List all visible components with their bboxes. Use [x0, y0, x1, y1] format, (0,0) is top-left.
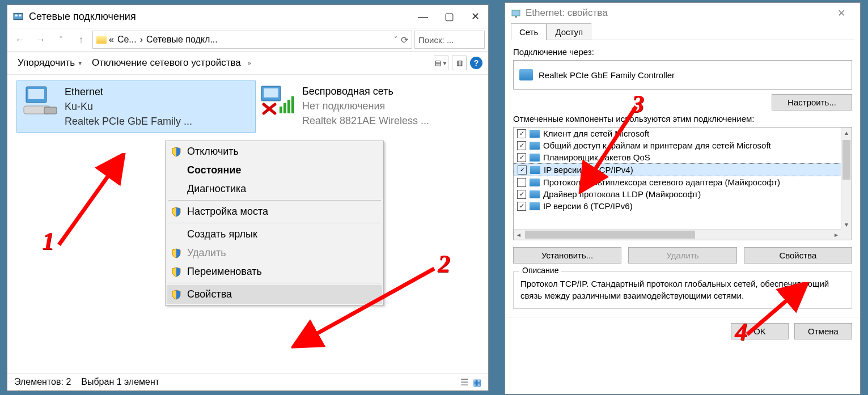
preview-pane-button[interactable]: ▥ [452, 56, 467, 70]
remove-button: Удалить [628, 247, 736, 264]
separator [168, 283, 381, 283]
ctx-shortcut[interactable]: Создать ярлык [167, 225, 382, 244]
adapter-field: Realtek PCIe GbE Family Controller [513, 60, 852, 90]
shield-icon [171, 248, 181, 258]
sort-button[interactable]: Упорядочить▼ [13, 52, 87, 74]
description-group: Описание Протокол TCP/IP. Стандартный пр… [513, 271, 852, 309]
svg-rect-6 [44, 107, 57, 114]
checkbox[interactable]: ✓ [517, 202, 526, 211]
separator [168, 223, 381, 223]
svg-rect-10 [283, 103, 286, 113]
ctx-status[interactable]: Состояние [167, 161, 382, 180]
shield-icon [171, 207, 181, 217]
details-view-icon[interactable]: ☰ [460, 377, 468, 388]
component-row[interactable]: ✓Общий доступ к файлам и принтерам для с… [514, 139, 841, 151]
component-row[interactable]: ✓Клиент для сетей Microsoft [514, 128, 841, 139]
conn-status: Нет подключения [302, 99, 487, 113]
tab-network[interactable]: Сеть [511, 23, 547, 40]
component-row[interactable]: ✓Планировщик пакетов QoS [514, 151, 841, 163]
scroll-right-icon[interactable]: ► [831, 230, 841, 240]
disable-device-button[interactable]: Отключение сетевого устройства [87, 52, 245, 74]
checkbox[interactable]: ✓ [517, 129, 526, 138]
svg-rect-15 [512, 10, 520, 16]
cancel-button[interactable]: Отмена [794, 323, 852, 339]
components-listbox: ✓Клиент для сетей Microsoft✓Общий доступ… [513, 127, 852, 240]
checkbox[interactable]: ✓ [517, 141, 526, 150]
close-button[interactable]: ✕ [828, 2, 854, 24]
close-button[interactable]: ✕ [462, 5, 488, 28]
toolbar-overflow-icon[interactable]: » [245, 60, 253, 66]
properties-button[interactable]: Свойства [744, 247, 852, 264]
component-row[interactable]: ✓Драйвер протокола LLDP (Майкрософт) [514, 188, 841, 200]
status-bar: Элементов: 2 Выбран 1 элемент ☰ ▦ [7, 373, 488, 390]
component-row[interactable]: Протокол мультиплексора сетевого адаптер… [514, 176, 841, 188]
components-label: Отмеченные компоненты используются этим … [513, 114, 852, 124]
scroll-thumb[interactable] [842, 140, 850, 180]
minimize-button[interactable]: — [410, 5, 436, 28]
checkbox[interactable]: ✓ [517, 190, 526, 199]
shield-icon [171, 267, 181, 277]
component-row[interactable]: ✓IP версии 6 (TCP/IPv6) [514, 200, 841, 212]
svg-rect-12 [291, 96, 294, 113]
help-icon[interactable]: ? [470, 57, 482, 69]
component-label: Планировщик пакетов QoS [543, 152, 650, 162]
breadcrumb-dropdown-icon[interactable]: ˅ [394, 36, 397, 44]
install-button[interactable]: Установить... [513, 247, 621, 264]
tiles-view-icon[interactable]: ▦ [473, 377, 481, 388]
maximize-button[interactable]: ▢ [436, 5, 462, 28]
breadcrumb-part1: Се... [117, 35, 137, 45]
folder-icon [96, 36, 107, 44]
protocol-icon [530, 142, 540, 150]
checkbox[interactable]: ✓ [517, 153, 526, 162]
context-menu: Отключить Состояние Диагностика Настройк… [165, 141, 384, 305]
nav-forward-icon[interactable]: → [31, 31, 49, 49]
ctx-bridge[interactable]: Настройка моста [167, 202, 382, 221]
ctx-diagnose[interactable]: Диагностика [167, 180, 382, 198]
svg-rect-1 [15, 15, 18, 16]
dialog-body: Подключение через: Realtek PCIe GbE Fami… [505, 40, 860, 309]
nav-back-icon[interactable]: ← [11, 31, 29, 49]
scroll-left-icon[interactable]: ◄ [514, 230, 524, 240]
svg-rect-9 [280, 107, 282, 113]
component-buttons: Установить... Удалить Свойства [513, 247, 852, 264]
refresh-icon[interactable]: ⟳ [401, 35, 408, 45]
connection-item-wireless[interactable]: Беспроводная сеть Нет подключения Realte… [255, 80, 488, 131]
breadcrumb[interactable]: « Се... › Сетевые подкл... ˅ ⟳ [92, 31, 412, 49]
nav-history-icon[interactable]: ˅ [52, 31, 70, 49]
content-area: Ethernet Ku-Ku Realtek PCIe GbE Family .… [7, 75, 488, 349]
protocol-icon [530, 154, 540, 162]
ctx-delete[interactable]: Удалить [167, 244, 382, 262]
adapter-name: Realtek PCIe GbE Family Controller [539, 70, 675, 80]
scroll-up-icon[interactable]: ▲ [841, 128, 852, 138]
ctx-rename[interactable]: Переименовать [167, 262, 382, 281]
view-mode-button[interactable]: ▤▼ [434, 56, 448, 70]
scroll-down-icon[interactable]: ▼ [841, 219, 852, 230]
dialog-titlebar: Ethernet: свойства ✕ [505, 3, 860, 23]
protocol-icon [530, 166, 540, 174]
component-label: Общий доступ к файлам и принтерам для се… [543, 141, 771, 150]
search-input[interactable]: Поиск: ... [414, 31, 485, 49]
checkbox[interactable]: ✓ [518, 165, 527, 175]
protocol-icon [530, 202, 540, 210]
ctx-disconnect[interactable]: Отключить [167, 142, 382, 161]
tab-access[interactable]: Доступ [547, 23, 591, 40]
configure-button[interactable]: Настроить... [772, 94, 852, 111]
nav-up-icon[interactable]: ↑ [72, 31, 90, 49]
conn-device: Realtek PCIe GbE Family ... [65, 114, 249, 129]
dialog-footer: OK Отмена [505, 317, 860, 345]
scroll-thumb[interactable] [525, 231, 695, 239]
ctx-properties[interactable]: Свойства [167, 285, 382, 304]
tabs: Сеть Доступ [511, 23, 854, 40]
control-panel-icon [13, 11, 23, 22]
vertical-scrollbar[interactable]: ▲ ▼ [841, 128, 852, 230]
component-row[interactable]: ✓IP версии 4 (TCP/IPv4) [514, 163, 841, 176]
horizontal-scrollbar[interactable]: ◄ ► [514, 229, 841, 240]
status-selected: Выбран 1 элемент [81, 377, 159, 387]
svg-rect-16 [515, 16, 517, 18]
connect-via-label: Подключение через: [513, 47, 852, 57]
conn-name: Беспроводная сеть [302, 84, 487, 99]
toolbar: Упорядочить▼ Отключение сетевого устройс… [7, 52, 488, 75]
checkbox[interactable] [517, 178, 526, 187]
connection-item-ethernet[interactable]: Ethernet Ku-Ku Realtek PCIe GbE Family .… [16, 80, 256, 133]
annotation-1: 1 [42, 227, 54, 256]
